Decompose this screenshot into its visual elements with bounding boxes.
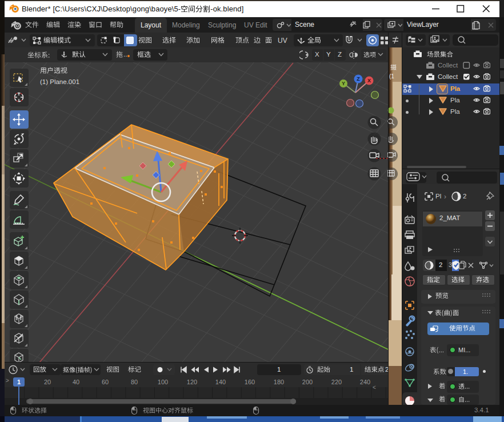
svg-text:Y: Y bbox=[342, 81, 345, 86]
svg-text:X: X bbox=[367, 78, 371, 83]
svg-text:Z: Z bbox=[357, 76, 360, 82]
